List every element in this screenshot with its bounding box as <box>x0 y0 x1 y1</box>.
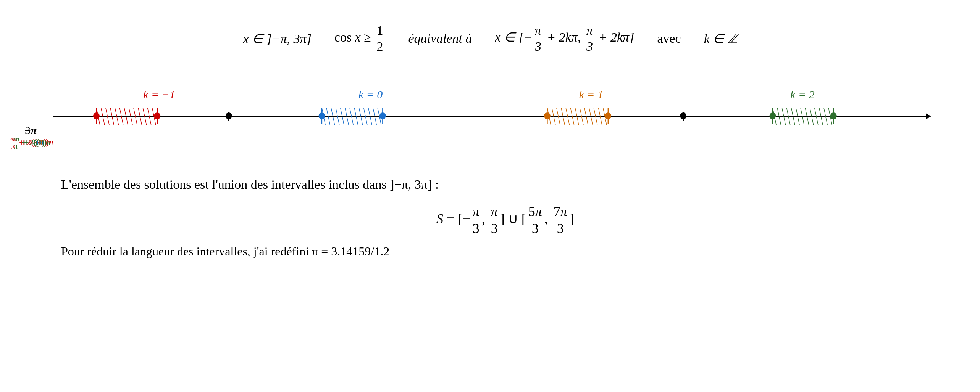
svg-point-78 <box>544 112 551 119</box>
svg-point-62 <box>93 112 100 119</box>
svg-line-37 <box>584 108 588 125</box>
svg-line-35 <box>575 108 579 125</box>
formula-part2: x ∈ [−π3 + 2kπ, π3 + 2kπ] <box>495 23 634 55</box>
svg-line-23 <box>359 108 362 125</box>
svg-line-51 <box>810 108 813 125</box>
svg-line-49 <box>801 108 804 125</box>
sub-label-k2-right: π3 + 2(2)π <box>12 135 49 151</box>
number-line-svg <box>53 77 927 161</box>
svg-line-16 <box>326 108 330 125</box>
svg-line-31 <box>557 108 560 125</box>
svg-line-39 <box>594 108 597 125</box>
solution-formula: S = [−π3, π3] ∪ [5π3, 7π3] <box>61 204 949 237</box>
svg-line-5 <box>115 108 118 125</box>
solution-note: Pour réduir la langueur des intervalles,… <box>61 244 949 259</box>
svg-line-9 <box>134 108 137 125</box>
solution-section: L'ensemble des solutions est l'union des… <box>31 173 949 259</box>
tick-label-3pi: 3π <box>25 124 36 137</box>
svg-line-8 <box>129 108 132 125</box>
svg-point-90 <box>226 112 232 119</box>
formula-cos: cos x ≥ 12 <box>334 23 386 55</box>
svg-line-12 <box>148 108 151 125</box>
svg-line-10 <box>138 108 142 125</box>
svg-line-2 <box>101 108 105 125</box>
svg-line-7 <box>124 108 128 125</box>
svg-line-33 <box>566 108 569 125</box>
svg-point-79 <box>605 112 611 119</box>
svg-line-45 <box>782 108 785 125</box>
svg-line-54 <box>824 108 827 125</box>
svg-point-71 <box>379 112 386 119</box>
formula-avec: avec <box>657 31 681 46</box>
svg-line-46 <box>787 108 790 125</box>
svg-line-52 <box>815 108 818 125</box>
svg-line-26 <box>373 108 376 125</box>
svg-point-63 <box>154 112 160 119</box>
number-line-section: k = −1 k = 0 k = 1 k = 2 <box>31 77 949 161</box>
svg-line-24 <box>364 108 367 125</box>
svg-line-17 <box>331 108 334 125</box>
svg-line-22 <box>354 108 358 125</box>
svg-line-47 <box>791 108 795 125</box>
svg-line-38 <box>589 108 593 125</box>
svg-line-6 <box>119 108 123 125</box>
svg-point-87 <box>830 112 837 119</box>
svg-line-11 <box>143 108 146 125</box>
solution-text1: L'ensemble des solutions est l'union des… <box>61 173 949 196</box>
svg-line-34 <box>570 108 574 125</box>
formula-k-in-Z: k ∈ ℤ <box>704 31 737 46</box>
svg-line-53 <box>819 108 823 125</box>
svg-line-36 <box>580 108 583 125</box>
svg-point-91 <box>680 112 686 119</box>
page-container: x ∈ ]−π, 3π] cos x ≥ 12 équivalent à x ∈… <box>0 0 980 392</box>
svg-line-4 <box>110 108 114 125</box>
formula-equivalent: équivalent à <box>408 31 472 46</box>
top-formula: x ∈ ]−π, 3π] cos x ≥ 12 équivalent à x ∈… <box>31 23 949 55</box>
svg-line-44 <box>777 108 781 125</box>
svg-line-30 <box>552 108 555 125</box>
svg-line-19 <box>341 108 344 125</box>
svg-line-48 <box>796 108 799 125</box>
svg-point-86 <box>770 112 776 119</box>
svg-line-20 <box>345 108 349 125</box>
svg-line-25 <box>368 108 372 125</box>
svg-line-40 <box>599 108 602 125</box>
svg-line-3 <box>106 108 109 125</box>
svg-point-70 <box>319 112 325 119</box>
formula-part1: x ∈ ]−π, 3π] <box>243 31 312 46</box>
svg-line-21 <box>350 108 353 125</box>
svg-line-18 <box>336 108 339 125</box>
svg-line-50 <box>805 108 809 125</box>
svg-line-32 <box>561 108 565 125</box>
